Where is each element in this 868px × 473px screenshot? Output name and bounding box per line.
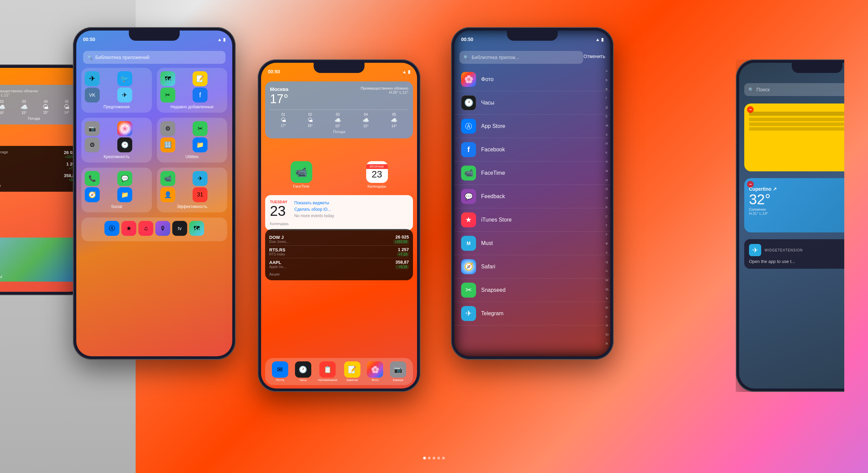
phone4-search-bar[interactable]: 🔍 Библиотека прилож... xyxy=(459,51,583,64)
phone2-clock-icon: 🕐 xyxy=(117,137,132,152)
phone4-app-facebook[interactable]: f Facebook xyxy=(454,138,610,162)
phone2-folder-suggestions[interactable]: ✈ 🐦 VK ✈ Предложения xyxy=(81,68,152,113)
phone3-facetime-icon: 📹 xyxy=(291,161,312,183)
phone3-weather-city: Москва xyxy=(270,86,289,92)
phone2-app-library-bg: 00:50 ▲ ▮ 🔍 Библиотека приложений ✈ 🐦 xyxy=(76,31,232,356)
phone5-notch xyxy=(792,63,843,73)
phone4-app-feedback[interactable]: 💬 Feedback xyxy=(454,185,610,208)
phone4-snapseed-icon: ✂ xyxy=(461,283,476,298)
phone2-search-bar[interactable]: 🔍 Библиотека приложений xyxy=(83,51,225,64)
phone4-app-appstore[interactable]: Ⓐ App Store xyxy=(454,115,610,138)
phone3-stockname-2: Apple Inc... xyxy=(269,265,286,269)
phone4-facebook-icon: f xyxy=(461,142,476,157)
alpha-eh: Э xyxy=(606,324,609,327)
phone2-app4-icon: ✈ xyxy=(117,88,132,102)
phone4-app-safari[interactable]: 🧭 Safari xyxy=(454,255,610,279)
phone3-weather-hl: H:25° L:11° xyxy=(361,90,408,94)
phone4-clock-name: Часы xyxy=(481,100,494,106)
alpha-a: А xyxy=(606,70,609,73)
phone3-hour-0: 01 xyxy=(281,113,286,116)
phone4-app-telegram[interactable]: ✈ Telegram xyxy=(454,302,610,325)
phone4-notch xyxy=(507,31,558,41)
phone3-stockval-2: 358,87 xyxy=(395,260,409,265)
phone4-app-must[interactable]: M Must xyxy=(454,232,610,255)
phone4-telegram-name: Telegram xyxy=(481,310,504,317)
phone3-mail-icon: ✉ xyxy=(272,361,288,378)
phone3-status-icons: ▲ ▮ xyxy=(402,69,410,74)
phone4-telegram-icon: ✈ xyxy=(461,306,476,321)
phone3-dock-clock[interactable]: 🕐 Часы xyxy=(295,361,311,382)
alpha-hash: # xyxy=(606,352,609,355)
alpha-sh: Ш xyxy=(606,279,609,282)
phone5-minus-weather[interactable]: − xyxy=(747,181,754,188)
phone3-ticker-1: RTS.RS xyxy=(269,247,285,252)
alpha-z: З xyxy=(606,133,609,136)
phone1-stocks-label: Акции xyxy=(0,184,77,188)
phone-3: 00:50 ▲ ▮ Москва 17° Преимущественно обл… xyxy=(258,59,420,392)
phone3-reminders-label: Напоминания xyxy=(318,378,337,382)
phone4-app-facetime[interactable]: 📹 FaceTime xyxy=(454,162,610,185)
phone2-folder-social[interactable]: 📞 💬 🧭 📁 Social xyxy=(81,168,152,212)
phone4-cancel-button[interactable]: Отменить xyxy=(584,54,605,59)
phone2-folder-recent[interactable]: 🗺 📝 ✂ f Недавно добавленные xyxy=(157,68,228,113)
phone3-stocks-label: Акции xyxy=(269,272,409,276)
phone3-hourtemp-0: 17° xyxy=(281,124,286,128)
phone2-folder-utilities[interactable]: ⚙ ✂ 🔢 📁 Utilities xyxy=(157,118,228,163)
phone3-weather-condition: Преимущественно облачно xyxy=(361,86,408,90)
phone4-app-clock[interactable]: 🕐 Часы xyxy=(454,91,610,115)
phone3-calendar-btn[interactable]: ВТОРНИК 23 Календарь xyxy=(341,161,413,188)
phone3-dock-photos[interactable]: 🌸 Фото xyxy=(367,361,383,382)
phone1-stock-row-2: 358,87 +9,15 xyxy=(0,173,77,182)
phone4-app-itunes[interactable]: ★ iTunes Store xyxy=(454,208,610,232)
phone2-appletv-icon: tv xyxy=(172,221,187,236)
phone3-dock-reminders[interactable]: 📋 Напоминания xyxy=(318,361,337,382)
phone3-hour-1: 02 xyxy=(308,113,313,116)
phone3-clock-label: Часы xyxy=(299,378,307,382)
phone1-weather-condition: Преимущественно облачно xyxy=(0,89,77,93)
dot-1[interactable] xyxy=(423,457,426,459)
phone5-search-text: Поиск xyxy=(756,87,770,92)
dot-3[interactable] xyxy=(433,457,435,459)
phone3-dock-notes[interactable]: 📝 Заметки xyxy=(344,361,360,382)
dot-2[interactable] xyxy=(428,457,431,459)
phone2-folder-utilities-grid: ⚙ ✂ 🔢 📁 xyxy=(160,121,224,152)
alpha-ch: Ч xyxy=(606,270,609,273)
phone2-calc-icon: 🔢 xyxy=(160,137,175,152)
phone4-app-photos[interactable]: 🌸 Фото xyxy=(454,68,610,91)
phone3-dock: ✉ Почта 🕐 Часы 📋 Напоминания 📝 Заметки 🌸 xyxy=(265,358,413,385)
phone3-calendar-label: Календарь xyxy=(368,184,387,188)
phone4-app-snapseed[interactable]: ✂ Snapseed xyxy=(454,279,610,302)
phone5-compass-icon: ↗ xyxy=(773,186,777,192)
dot-5[interactable] xyxy=(442,457,445,459)
phone-2-screen: 00:50 ▲ ▮ 🔍 Библиотека приложений ✈ 🐦 xyxy=(76,31,232,356)
phone2-files-icon: 📁 xyxy=(193,137,208,152)
phone4-search-icon: 🔍 xyxy=(463,55,469,60)
phone3-time: 00:50 xyxy=(268,69,280,74)
phone3-facetime-btn[interactable]: 📹 FaceTime xyxy=(265,161,337,188)
phone3-notes-icon: 📝 xyxy=(344,361,360,378)
phone2-folder-creativity[interactable]: 📷 🌸 ⚙ 🕐 Креативность xyxy=(81,118,152,163)
phone2-folder-entertainment[interactable]: Ⓐ ★ ♫ 🎙 tv 🗺 xyxy=(81,217,227,241)
phone3-mail-label: Почта xyxy=(276,378,284,382)
phone1-maps-label: Карты xyxy=(0,274,2,279)
phone3-calendar-date: 23 xyxy=(372,169,382,180)
alpha-kh: Х xyxy=(606,251,609,254)
phone2-folder-productivity[interactable]: 📹 ✈ 👤 31 Эффективность xyxy=(157,168,228,212)
phone3-hour-3: 04 xyxy=(362,113,369,116)
phone3-calendar-widget: TUESDAY 23 Показать виджеты Сделать обзо… xyxy=(265,195,413,230)
phone2-itunes-icon: ★ xyxy=(121,221,136,236)
phone3-dock-mail[interactable]: ✉ Почта xyxy=(272,361,288,382)
phone5-widget-ext-label: WIDGETEXTENSION xyxy=(765,248,803,252)
phone2-appstore-icon: Ⓐ xyxy=(104,221,119,236)
phone3-camera-icon: 📷 xyxy=(390,361,406,378)
phone3-hourtemp-4: 14° xyxy=(391,124,397,128)
phone2-folder-productivity-grid: 📹 ✈ 👤 31 xyxy=(160,171,224,202)
phone2-app-grid: ✈ 🐦 VK ✈ Предложения 🗺 📝 ✂ f Недавно доб… xyxy=(81,68,227,241)
phone3-dock-camera[interactable]: 📷 Камера xyxy=(390,361,406,382)
phone4-app-list: 🌸 Фото 🕐 Часы Ⓐ App Store f Facebook xyxy=(454,68,610,356)
phone5-minus-notes[interactable]: − xyxy=(747,106,754,113)
phone4-search-text: Библиотека прилож... xyxy=(472,55,519,60)
dot-4[interactable] xyxy=(437,457,440,459)
phone4-snapseed-name: Snapseed xyxy=(481,287,506,293)
phone4-appstore-name: App Store xyxy=(481,123,505,129)
